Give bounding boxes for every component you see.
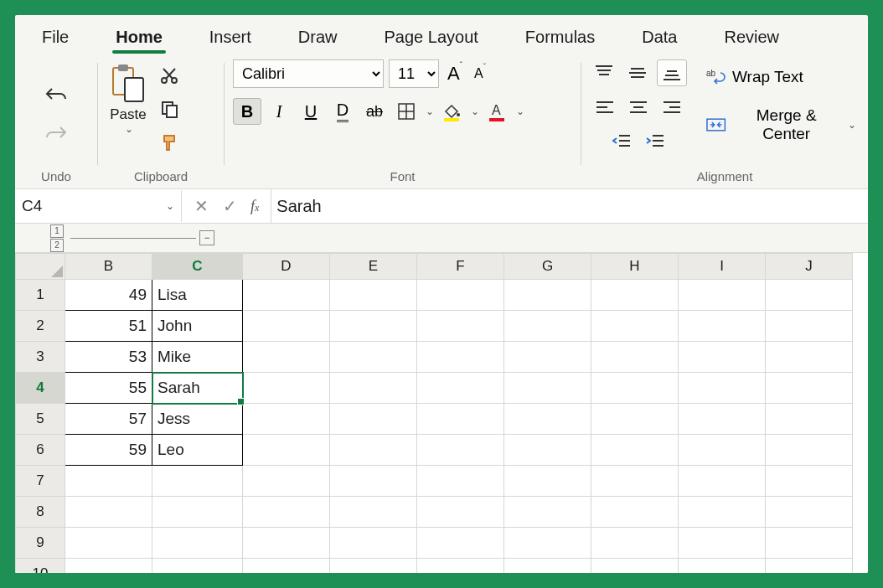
cell-J5[interactable] xyxy=(766,404,853,435)
cell-J3[interactable] xyxy=(766,342,853,373)
undo-button[interactable] xyxy=(40,81,72,108)
cell-F10[interactable] xyxy=(417,559,504,574)
cell-B10[interactable] xyxy=(65,559,152,574)
strikethrough-button[interactable]: ab xyxy=(360,98,389,125)
col-header-H[interactable]: H xyxy=(591,254,679,280)
cell-E8[interactable] xyxy=(330,497,417,528)
cell-C6[interactable]: Leo xyxy=(152,435,243,466)
col-header-E[interactable]: E xyxy=(330,254,417,280)
decrease-font-button[interactable]: Aˇ xyxy=(471,63,489,85)
cell-E9[interactable] xyxy=(330,528,417,559)
select-all-corner[interactable] xyxy=(16,254,65,280)
cell-E1[interactable] xyxy=(330,280,417,311)
increase-font-button[interactable]: Aˆ xyxy=(444,59,466,88)
cell-G7[interactable] xyxy=(504,466,591,497)
cell-J2[interactable] xyxy=(766,311,853,342)
cell-I10[interactable] xyxy=(679,559,766,574)
cell-H1[interactable] xyxy=(591,280,679,311)
row-header-4[interactable]: 4 xyxy=(16,373,65,404)
cell-F9[interactable] xyxy=(417,528,504,559)
enter-formula-button[interactable]: ✓ xyxy=(215,190,244,222)
italic-button[interactable]: I xyxy=(265,98,293,125)
tab-draw[interactable]: Draw xyxy=(275,19,361,54)
cell-C3[interactable]: Mike xyxy=(152,342,243,373)
col-header-F[interactable]: F xyxy=(417,254,504,280)
cell-D10[interactable] xyxy=(243,559,330,574)
formula-input[interactable]: Sarah xyxy=(271,197,868,216)
cell-E5[interactable] xyxy=(330,404,417,435)
cell-F8[interactable] xyxy=(417,497,504,528)
cell-C9[interactable] xyxy=(152,528,243,559)
increase-indent-button[interactable] xyxy=(641,128,669,153)
chevron-down-icon[interactable]: ⌄ xyxy=(426,106,434,117)
cell-H6[interactable] xyxy=(591,435,679,466)
cell-E6[interactable] xyxy=(330,435,417,466)
cell-B5[interactable]: 57 xyxy=(65,404,152,435)
cell-H4[interactable] xyxy=(591,373,679,404)
cell-C5[interactable]: Jess xyxy=(152,404,243,435)
row-header-8[interactable]: 8 xyxy=(16,497,65,528)
cell-J10[interactable] xyxy=(766,559,853,574)
cell-G9[interactable] xyxy=(504,528,591,559)
underline-button[interactable]: U xyxy=(297,98,325,125)
outline-collapse-button[interactable]: − xyxy=(199,230,214,245)
cell-B4[interactable]: 55 xyxy=(65,373,152,404)
cell-J9[interactable] xyxy=(766,528,853,559)
outline-level-1[interactable]: 1 xyxy=(50,224,64,238)
chevron-down-icon[interactable]: ⌄ xyxy=(471,106,479,117)
cell-H7[interactable] xyxy=(591,466,679,497)
tab-home[interactable]: Home xyxy=(92,19,186,54)
cell-C4[interactable]: Sarah xyxy=(152,373,243,404)
cell-H5[interactable] xyxy=(591,404,679,435)
tab-file[interactable]: File xyxy=(18,19,92,54)
row-header-7[interactable]: 7 xyxy=(16,466,65,497)
chevron-down-icon[interactable]: ⌄ xyxy=(516,106,524,117)
cell-H3[interactable] xyxy=(591,342,679,373)
cell-D6[interactable] xyxy=(243,435,330,466)
wrap-text-button[interactable]: ab Wrap Text xyxy=(702,64,807,90)
cell-E10[interactable] xyxy=(330,559,417,574)
cell-B8[interactable] xyxy=(65,497,152,528)
cell-H2[interactable] xyxy=(591,311,679,342)
cell-I9[interactable] xyxy=(679,528,766,559)
chevron-down-icon[interactable]: ⌄ xyxy=(125,123,133,135)
cell-G5[interactable] xyxy=(504,404,591,435)
row-header-2[interactable]: 2 xyxy=(16,311,65,342)
row-header-9[interactable]: 9 xyxy=(16,528,65,559)
cell-J8[interactable] xyxy=(766,497,853,528)
cell-F6[interactable] xyxy=(417,435,504,466)
name-box[interactable]: C4 ⌄ xyxy=(15,190,182,222)
col-header-I[interactable]: I xyxy=(679,254,766,280)
tab-insert[interactable]: Insert xyxy=(186,19,275,54)
paste-button[interactable] xyxy=(106,59,150,106)
cell-D3[interactable] xyxy=(243,342,330,373)
cell-I4[interactable] xyxy=(679,373,766,404)
cell-J4[interactable] xyxy=(766,373,853,404)
cell-C7[interactable] xyxy=(152,466,243,497)
cell-D8[interactable] xyxy=(243,497,330,528)
cell-B7[interactable] xyxy=(65,466,152,497)
col-header-D[interactable]: D xyxy=(243,254,330,280)
outline-level-2[interactable]: 2 xyxy=(50,239,64,252)
row-header-5[interactable]: 5 xyxy=(16,404,65,435)
cell-E2[interactable] xyxy=(330,311,417,342)
merge-center-button[interactable]: Merge & Center ⌄ xyxy=(702,103,860,147)
tab-data[interactable]: Data xyxy=(618,19,700,54)
cell-E4[interactable] xyxy=(330,373,417,404)
cell-H8[interactable] xyxy=(591,497,679,528)
cell-G6[interactable] xyxy=(504,435,591,466)
redo-button[interactable] xyxy=(40,120,72,147)
cancel-formula-button[interactable]: ✕ xyxy=(187,190,215,222)
cell-D2[interactable] xyxy=(243,311,330,342)
cell-B2[interactable]: 51 xyxy=(65,311,152,342)
align-bottom-button[interactable] xyxy=(657,59,687,86)
cell-E7[interactable] xyxy=(330,466,417,497)
cell-D4[interactable] xyxy=(243,373,330,404)
cell-G10[interactable] xyxy=(504,559,591,574)
cell-F7[interactable] xyxy=(417,466,504,497)
col-header-C[interactable]: C xyxy=(152,254,243,280)
cell-G4[interactable] xyxy=(504,373,591,404)
cell-C10[interactable] xyxy=(152,559,243,574)
align-top-button[interactable] xyxy=(590,60,618,85)
fill-color-button[interactable] xyxy=(437,98,466,125)
